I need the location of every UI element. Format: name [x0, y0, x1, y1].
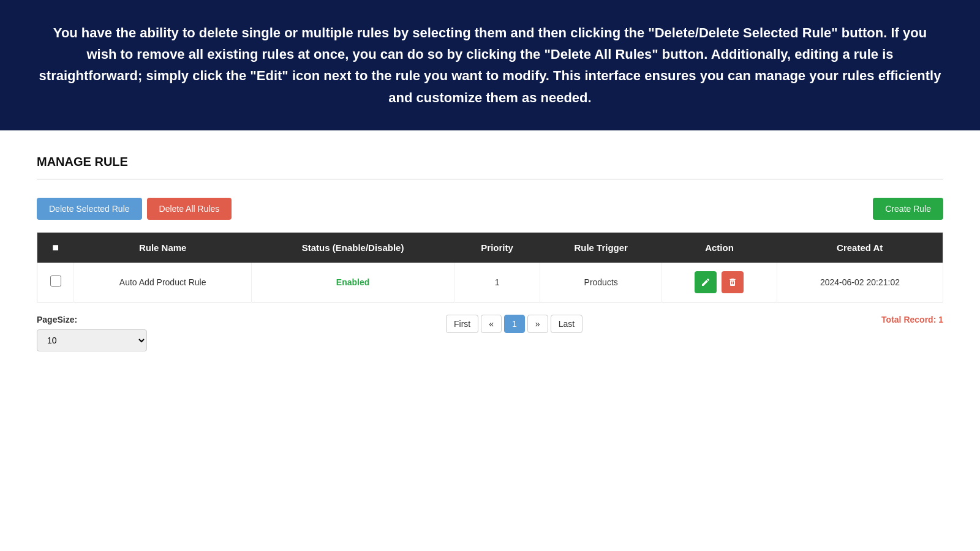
table-header: ■ Rule Name Status (Enable/Disable) Prio…: [37, 232, 943, 263]
page-size-label: PageSize:: [37, 315, 147, 324]
row-checkbox-cell: [37, 263, 74, 302]
trash-icon: [728, 277, 737, 287]
rules-table: ■ Rule Name Status (Enable/Disable) Prio…: [37, 232, 943, 302]
create-rule-button[interactable]: Create Rule: [873, 198, 943, 220]
col-action: Action: [662, 232, 777, 263]
toolbar-right: Create Rule: [873, 198, 943, 220]
pagination-prev[interactable]: «: [481, 315, 502, 333]
pagination: First « 1 » Last: [147, 315, 881, 333]
toolbar: Delete Selected Rule Delete All Rules Cr…: [37, 198, 943, 220]
row-status: Enabled: [252, 263, 454, 302]
row-rule-name: Auto Add Product Rule: [74, 263, 252, 302]
col-created-at: Created At: [777, 232, 943, 263]
total-record-label: Total Record:: [881, 315, 936, 324]
edit-icon: [701, 277, 710, 287]
col-status: Status (Enable/Disable): [252, 232, 454, 263]
delete-all-button[interactable]: Delete All Rules: [147, 198, 232, 220]
pagination-first[interactable]: First: [446, 315, 478, 333]
col-priority: Priority: [454, 232, 540, 263]
divider: [37, 179, 943, 179]
section-title: MANAGE RULE: [37, 155, 943, 169]
table-header-row: ■ Rule Name Status (Enable/Disable) Prio…: [37, 232, 943, 263]
delete-row-button[interactable]: [722, 271, 744, 293]
page-size-section: PageSize: 10 25 50 100: [37, 315, 147, 351]
table-body: Auto Add Product Rule Enabled 1 Products: [37, 263, 943, 302]
checkbox-header-icon: ■: [52, 241, 59, 253]
row-action: [662, 263, 777, 302]
total-record-value: 1: [938, 315, 943, 324]
page-size-select[interactable]: 10 25 50 100: [37, 329, 147, 351]
pagination-next[interactable]: »: [527, 315, 548, 333]
table-row: Auto Add Product Rule Enabled 1 Products: [37, 263, 943, 302]
toolbar-left: Delete Selected Rule Delete All Rules: [37, 198, 232, 220]
main-content: MANAGE RULE Delete Selected Rule Delete …: [0, 130, 980, 376]
checkbox-header-cell: ■: [37, 232, 74, 263]
footer-area: PageSize: 10 25 50 100 First « 1 » Last …: [37, 315, 943, 351]
banner-text: You have the ability to delete single or…: [37, 22, 943, 108]
row-created-at: 2024-06-02 20:21:02: [777, 263, 943, 302]
col-rule-trigger: Rule Trigger: [540, 232, 662, 263]
pagination-current[interactable]: 1: [504, 315, 525, 333]
action-buttons: [672, 271, 767, 293]
delete-selected-button[interactable]: Delete Selected Rule: [37, 198, 142, 220]
pagination-last[interactable]: Last: [551, 315, 582, 333]
total-record: Total Record: 1: [881, 315, 943, 324]
info-banner: You have the ability to delete single or…: [0, 0, 980, 130]
row-checkbox[interactable]: [50, 276, 61, 287]
col-rule-name: Rule Name: [74, 232, 252, 263]
edit-button[interactable]: [695, 271, 717, 293]
row-rule-trigger: Products: [540, 263, 662, 302]
row-priority: 1: [454, 263, 540, 302]
